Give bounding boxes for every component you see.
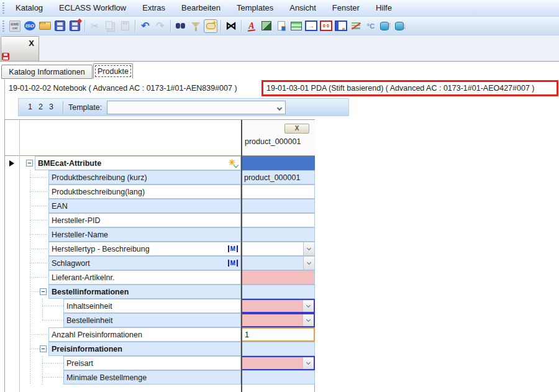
row-label: Bestellinformationen	[52, 288, 238, 296]
grid-body: BMEcat-AttributeProduktbeschreibung (kur…	[5, 156, 315, 385]
value-input-focused[interactable]: 1	[241, 327, 315, 342]
value-cell[interactable]	[241, 227, 315, 242]
table-green-icon[interactable]	[289, 19, 303, 33]
undo-icon[interactable]	[139, 19, 152, 33]
menu-item-bearbeiten[interactable]: Bearbeiten	[173, 0, 229, 16]
table-import-icon[interactable]	[304, 19, 318, 33]
menu-item-katalog[interactable]: Katalog	[7, 0, 51, 16]
menu-item-hilfe[interactable]: Hilfe	[368, 0, 400, 16]
attribute-name-cell[interactable]: Anzahl Preisinformationen	[48, 327, 241, 342]
attribute-name-zone: SchlagwortM	[19, 256, 241, 270]
value-combobox[interactable]	[241, 242, 315, 256]
attribute-name-cell[interactable]: Inhaltseinheit	[63, 299, 241, 313]
database-upload-icon[interactable]	[379, 19, 393, 33]
pdf-export-icon[interactable]	[245, 19, 258, 33]
attribute-name-cell[interactable]: Produktbeschreibung (kurz)	[48, 170, 241, 185]
table-edit-icon[interactable]	[334, 19, 348, 33]
value-cell[interactable]	[241, 213, 315, 227]
currency-update-icon[interactable]	[364, 19, 378, 33]
row-indicator-cell	[5, 313, 19, 327]
attribute-page-button-1[interactable]: 1	[25, 99, 35, 116]
new-attribute-icon[interactable]	[229, 158, 238, 168]
divider	[241, 20, 242, 32]
value-combobox-required[interactable]	[241, 356, 315, 370]
attribute-name-zone: Lieferant-Artikelnr.	[19, 270, 241, 285]
tab-katalog-informationen[interactable]: Katalog Informationen	[1, 65, 93, 79]
menu-item-fenster[interactable]: Fenster	[324, 0, 368, 16]
save-as-icon[interactable]	[68, 19, 81, 33]
document-tab[interactable]: X	[1, 36, 39, 61]
sub-tree-line	[42, 356, 43, 385]
template-combobox[interactable]	[107, 101, 286, 114]
row-label: Bestelleinheit	[66, 316, 238, 325]
attribute-name-cell[interactable]: Minimale Bestellmenge	[63, 370, 241, 385]
menu-item-extras[interactable]: Extras	[134, 0, 173, 16]
menu-item-ansicht[interactable]: Ansicht	[281, 0, 324, 16]
attribute-name-zone: Produktbeschreibung (kurz)	[19, 170, 241, 185]
attribute-page-button-2[interactable]: 2	[35, 99, 46, 116]
dropdown-button[interactable]	[303, 242, 314, 255]
tree-connector	[30, 263, 48, 263]
filter-icon[interactable]	[189, 19, 202, 33]
attribute-name-cell[interactable]: EAN	[48, 199, 241, 213]
save-icon[interactable]	[53, 19, 66, 33]
value-cell-required[interactable]	[241, 270, 315, 285]
value-cell[interactable]	[241, 185, 315, 199]
attribute-page-button-3[interactable]: 3	[46, 99, 57, 116]
value-combobox-required[interactable]	[241, 313, 315, 327]
group-name-cell[interactable]: Bestellinformationen	[48, 285, 241, 299]
attribute-name-cell[interactable]: Hersteller-PID	[48, 213, 241, 227]
value-cell[interactable]	[241, 285, 315, 299]
remove-product-column-button[interactable]: X	[284, 124, 309, 134]
table-validate-icon[interactable]	[319, 19, 333, 33]
iso-logo-icon[interactable]	[23, 19, 37, 33]
excel-export-icon[interactable]	[260, 19, 273, 33]
value-combobox-required[interactable]	[241, 299, 315, 313]
collapse-toggle[interactable]	[40, 345, 47, 352]
dropdown-button[interactable]	[302, 314, 314, 326]
attribute-name-cell[interactable]: Lieferant-Artikelnr.	[48, 270, 241, 285]
divider	[170, 20, 171, 32]
dropdown-button[interactable]	[302, 357, 314, 369]
mapping-icon[interactable]	[224, 19, 238, 33]
value-cell[interactable]	[241, 199, 315, 213]
document-protect-icon[interactable]	[275, 19, 288, 33]
close-document-button[interactable]: X	[29, 39, 34, 48]
value-cell[interactable]: product_000001	[241, 170, 315, 185]
value-cell[interactable]	[241, 342, 315, 356]
row-indicator-cell	[5, 342, 19, 356]
menu-item-eclass-workflow[interactable]: ECLASS Workflow	[51, 0, 134, 16]
dropdown-button[interactable]	[302, 300, 314, 312]
tree-connector	[30, 234, 48, 235]
value-cell[interactable]	[241, 370, 315, 385]
group-name-cell[interactable]: BMEcat-Attribute	[35, 156, 241, 170]
column-divider[interactable]	[241, 120, 242, 392]
group-name-cell[interactable]: Preisinformationen	[48, 342, 241, 356]
row-indicator-cell	[5, 270, 19, 285]
product-column-header[interactable]: X product_000001	[242, 120, 315, 155]
attribute-name-zone: Anzahl Preisinformationen	[19, 327, 241, 342]
database-download-icon[interactable]	[394, 19, 407, 33]
collapse-toggle[interactable]	[40, 288, 47, 295]
search-icon[interactable]	[174, 19, 188, 33]
row-label: Hersteller-PID	[52, 216, 238, 225]
attribute-name-cell[interactable]: Herstellertyp - BeschreibungM	[48, 242, 241, 256]
menu-item-templates[interactable]: Templates	[229, 0, 281, 16]
attribute-name-cell[interactable]: Produktbeschreibung(lang)	[48, 185, 241, 199]
toolbar-grip[interactable]	[2, 21, 5, 32]
strikethrough-icon[interactable]	[349, 19, 363, 33]
attribute-name-cell[interactable]: Hersteller-Name	[48, 227, 241, 242]
attribute-name-cell[interactable]: SchlagwortM	[48, 256, 241, 270]
attribute-name-cell[interactable]: Preisart	[63, 356, 241, 370]
collapse-toggle[interactable]	[26, 160, 33, 166]
bmecat-logo-icon[interactable]	[8, 19, 22, 33]
open-folder-icon[interactable]	[38, 19, 52, 33]
price-tag-plus-icon[interactable]	[204, 19, 217, 33]
toolbar-grip[interactable]	[2, 2, 5, 14]
value-cell-selected[interactable]	[241, 156, 315, 170]
value-combobox[interactable]	[241, 256, 315, 270]
attribute-name-cell[interactable]: Bestelleinheit	[63, 313, 241, 327]
tab-produkte[interactable]: Produkte	[93, 63, 133, 79]
dropdown-button[interactable]	[303, 257, 314, 270]
grid-row: SchlagwortM	[5, 256, 315, 270]
